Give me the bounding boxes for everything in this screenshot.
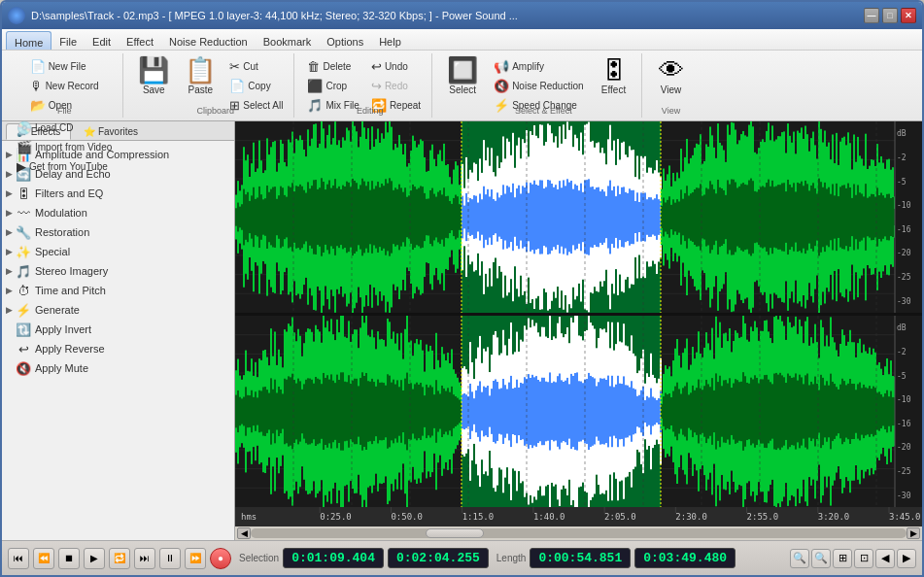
minimize-button[interactable]: —	[864, 8, 879, 23]
chevron-icon: ▶	[6, 266, 13, 276]
effect-apply-mute[interactable]: ▶ 🔇 Apply Mute	[2, 358, 234, 378]
menu-file[interactable]: File	[51, 31, 85, 50]
modulation-label: Modulation	[35, 207, 87, 219]
import-video-icon: 🎬	[17, 140, 32, 154]
waveform-bottom-canvas[interactable]	[235, 316, 922, 507]
chevron-icon: ▶	[6, 188, 13, 198]
record-button[interactable]: ●	[210, 548, 231, 569]
stereo-label: Stereo Imagery	[35, 265, 108, 277]
menu-home[interactable]: Home	[6, 31, 51, 50]
main-content: 🔊 Effects ⭐ Favorites ▶ 📊 Amplitude and …	[2, 121, 922, 540]
left-panel: 🔊 Effects ⭐ Favorites ▶ 📊 Amplitude and …	[2, 121, 235, 540]
redo-button[interactable]: ↪ Redo	[366, 77, 426, 95]
filters-icon: 🎛	[16, 186, 31, 201]
length-display: 0:00:54.851	[530, 548, 631, 568]
horizontal-scrollbar[interactable]: ◀ ▶	[235, 526, 922, 540]
stereo-icon: 🎵	[16, 263, 31, 279]
waveforms-container	[235, 121, 922, 507]
effect-apply-reverse[interactable]: ▶ ↩ Apply Reverse	[2, 339, 234, 358]
save-button[interactable]: 💾 Save	[131, 53, 176, 99]
effect-generate[interactable]: ▶ ⚡ Generate	[2, 300, 234, 320]
zoom-in-button[interactable]: 🔍	[790, 549, 809, 568]
zoom-fit-button[interactable]: ⊞	[833, 549, 852, 568]
view-button[interactable]: 👁 View	[650, 53, 693, 99]
apply-mute-label: Apply Mute	[35, 362, 88, 374]
zoom-scroll-left[interactable]: ◀	[875, 549, 895, 568]
effect-stereo[interactable]: ▶ 🎵 Stereo Imagery	[2, 261, 234, 281]
effect-restoration[interactable]: ▶ 🔧 Restoration	[2, 222, 234, 242]
effect-filters[interactable]: ▶ 🎛 Filters and EQ	[2, 184, 234, 203]
waveform-bottom[interactable]	[235, 316, 922, 507]
zoom-controls: 🔍 🔍 ⊞ ⊡ ◀ ▶	[790, 549, 916, 568]
invert-icon: 🔃	[16, 322, 31, 337]
cut-button[interactable]: ✂ Cut	[224, 57, 288, 76]
special-label: Special	[35, 246, 70, 257]
cut-icon: ✂	[229, 59, 240, 74]
undo-button[interactable]: ↩ Undo	[366, 57, 426, 76]
effect-special[interactable]: ▶ ✨ Special	[2, 242, 234, 261]
restoration-label: Restoration	[35, 226, 89, 238]
close-button[interactable]: ✕	[901, 8, 916, 23]
scroll-thumb[interactable]	[426, 528, 484, 538]
amplify-button[interactable]: 📢 Amplify	[489, 57, 588, 76]
stop-button[interactable]: ⏹	[58, 548, 80, 569]
editing-group-label: Editing	[302, 106, 437, 116]
get-youtube-icon: ▶	[17, 159, 26, 174]
new-record-button[interactable]: 🎙 New Record	[25, 77, 104, 95]
scroll-right-arrow[interactable]: ▶	[907, 527, 920, 539]
import-video-button[interactable]: 🎬 Import from Video	[12, 138, 117, 156]
pause-button[interactable]: ⏸	[159, 548, 181, 569]
zoom-scroll-right[interactable]: ▶	[897, 549, 916, 568]
effect-button[interactable]: 🎛 Effect	[593, 53, 635, 99]
filters-label: Filters and EQ	[35, 187, 103, 199]
play-button[interactable]: ▶	[84, 548, 105, 569]
toolbar-file-group: 📄 New File 🎙 New Record 📂 Open 💿	[6, 53, 123, 118]
loop-button[interactable]: 🔁	[109, 548, 130, 569]
get-youtube-button[interactable]: ▶ Get from YouTube	[12, 157, 117, 176]
waveform-top[interactable]	[235, 121, 922, 313]
waveform-area: ◀ ▶	[235, 121, 922, 540]
menu-edit[interactable]: Edit	[85, 31, 119, 50]
crop-icon: ⬛	[307, 79, 323, 93]
menu-help[interactable]: Help	[371, 31, 409, 50]
effects-list: ▶ 📊 Amplitude and Compression ▶ 🔄 Delay …	[2, 141, 234, 540]
window-controls: — □ ✕	[864, 8, 916, 23]
select-button[interactable]: 🔲 Select	[440, 53, 485, 99]
total-display: 0:03:49.480	[634, 548, 736, 568]
toolbar-editing-group: 🗑 Delete ⬛ Crop 🎵 Mix File ↩ U	[296, 53, 432, 118]
copy-button[interactable]: 📄 Copy	[224, 77, 288, 95]
scroll-left-arrow[interactable]: ◀	[237, 527, 251, 539]
time-pitch-label: Time and Pitch	[35, 285, 106, 296]
zoom-sel-button[interactable]: ⊡	[854, 549, 873, 568]
skip-fwd-button[interactable]: ⏭	[134, 548, 155, 569]
rewind-button[interactable]: ⏪	[33, 548, 54, 569]
waveform-top-canvas[interactable]	[235, 121, 922, 313]
menu-options[interactable]: Options	[319, 31, 371, 50]
chevron-icon: ▶	[6, 247, 13, 256]
effect-time-pitch[interactable]: ▶ ⏱ Time and Pitch	[2, 281, 234, 300]
selection-start-display: 0:01:09.404	[283, 548, 384, 568]
chevron-icon: ▶	[6, 286, 13, 295]
scroll-track[interactable]	[251, 528, 907, 538]
fast-fwd-button[interactable]: ⏩	[185, 548, 206, 569]
effect-apply-invert[interactable]: ▶ 🔃 Apply Invert	[2, 320, 234, 339]
file-group-label: File	[6, 106, 122, 116]
save-icon: 💾	[138, 57, 169, 83]
menu-bookmark[interactable]: Bookmark	[256, 31, 320, 50]
selection-label: Selection	[239, 553, 279, 563]
skip-back-button[interactable]: ⏮	[8, 548, 29, 569]
zoom-out-button[interactable]: 🔍	[811, 549, 831, 568]
file-buttons-2: 💿 Load CD 🎬 Import from Video ▶ Get from…	[12, 115, 117, 176]
maximize-button[interactable]: □	[882, 8, 898, 23]
menu-noise-reduction[interactable]: Noise Reduction	[161, 31, 256, 50]
effect-modulation[interactable]: ▶ 〰 Modulation	[2, 203, 234, 222]
delete-button[interactable]: 🗑 Delete	[302, 57, 363, 76]
selection-end-display: 0:02:04.255	[388, 548, 489, 568]
crop-button[interactable]: ⬛ Crop	[302, 77, 363, 95]
new-file-button[interactable]: 📄 New File	[25, 57, 104, 76]
paste-button[interactable]: 📋 Paste	[178, 53, 222, 99]
load-cd-button[interactable]: 💿 Load CD	[12, 119, 117, 137]
noise-reduction-button[interactable]: 🔇 Noise Reduction	[489, 77, 588, 95]
title-bar: D:\samples\Track - 02.mp3 - [ MPEG 1.0 l…	[2, 2, 922, 29]
menu-effect[interactable]: Effect	[119, 31, 161, 50]
